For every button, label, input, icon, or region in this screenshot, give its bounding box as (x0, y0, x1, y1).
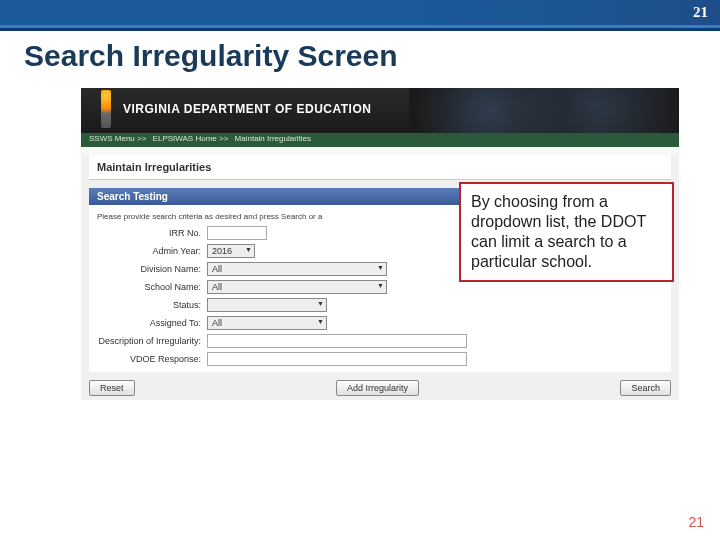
label-assigned: Assigned To: (97, 318, 207, 328)
dept-title: VIRGINIA DEPARTMENT OF EDUCATION (123, 102, 371, 116)
select-admin-year[interactable]: 2016 (207, 244, 255, 258)
breadcrumb-b[interactable]: ELPSIWAS Home >> (153, 134, 229, 143)
label-division: Division Name: (97, 264, 207, 274)
breadcrumb-c: Maintain Irregularities (235, 134, 311, 143)
app-header: VIRGINIA DEPARTMENT OF EDUCATION (81, 88, 679, 133)
select-school[interactable]: All (207, 280, 387, 294)
top-bar: 21 (0, 0, 720, 28)
top-bar-accent (420, 0, 720, 25)
select-status[interactable] (207, 298, 327, 312)
select-assigned[interactable]: All (207, 316, 327, 330)
label-description: Description of Irregularity: (97, 336, 207, 346)
label-school: School Name: (97, 282, 207, 292)
input-vdoe[interactable] (207, 352, 467, 366)
slide-title: Search Irregularity Screen (0, 31, 720, 87)
label-vdoe: VDOE Response: (97, 354, 207, 364)
slide-number-bottom: 21 (688, 514, 704, 530)
header-pattern (409, 88, 679, 133)
callout-box: By choosing from a dropdown list, the DD… (459, 182, 674, 282)
label-admin-year: Admin Year: (97, 246, 207, 256)
section-title: Maintain Irregularities (89, 155, 671, 180)
search-button[interactable]: Search (620, 380, 671, 396)
breadcrumb-a[interactable]: SSWS Menu >> (89, 134, 146, 143)
reset-button[interactable]: Reset (89, 380, 135, 396)
label-status: Status: (97, 300, 207, 310)
add-irregularity-button[interactable]: Add Irregularity (336, 380, 419, 396)
slide-number-top: 21 (693, 4, 708, 21)
torch-icon (101, 90, 111, 128)
input-description[interactable] (207, 334, 467, 348)
select-division[interactable]: All (207, 262, 387, 276)
label-irr: IRR No. (97, 228, 207, 238)
breadcrumb: SSWS Menu >> ELPSIWAS Home >> Maintain I… (81, 133, 679, 147)
button-row: Reset Add Irregularity Search (89, 376, 671, 400)
input-irr[interactable] (207, 226, 267, 240)
